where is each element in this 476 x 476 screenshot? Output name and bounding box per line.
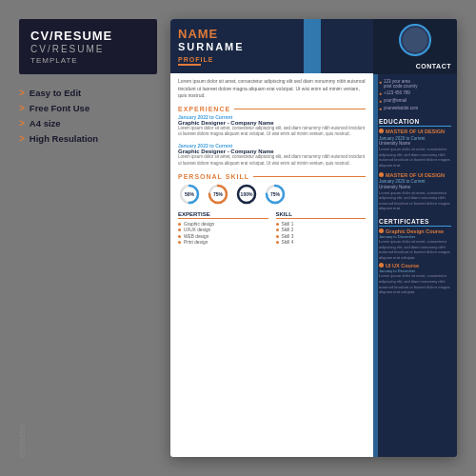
expertise-column: EXPERTISE Graphic design UI/UX design WE…: [178, 211, 268, 247]
dot-3: [178, 235, 181, 238]
circle-svg-wrap-1: 50%: [178, 183, 201, 206]
education-section-title: EDUCATION: [379, 118, 451, 127]
phone-icon: ●: [379, 90, 382, 96]
circle-svg-wrap-2: 75%: [207, 183, 229, 206]
arrow-icon-2: >: [19, 103, 25, 113]
skill-circle-3: 100%: [235, 183, 258, 207]
edu-title-1: MASTER OF UI DESIGN: [379, 129, 451, 135]
skill-column: SKILL Skill 1 Skill 2 Skill 3: [276, 211, 367, 247]
feature-label-2: Free Font Use: [30, 103, 89, 113]
contact-item-web: ● yourwebsidot.com: [379, 106, 451, 111]
name-text: NAME: [178, 27, 366, 41]
watermark: 637982599: [19, 424, 26, 457]
circle-label-2: 75%: [213, 191, 223, 197]
profile-underline: [178, 64, 201, 66]
email-icon: ●: [379, 98, 382, 104]
edu-item-2: MASTER OF UI DESIGN January 2020 to Curr…: [379, 172, 451, 212]
cert-dot-1: [379, 228, 384, 233]
main-column: NAME SURNAME PROFILE Lorem ipsum dolor s…: [170, 19, 373, 457]
experience-section-title: EXPERIENCE: [178, 106, 366, 112]
dot-4: [178, 241, 181, 244]
skill-dot-2: [276, 228, 279, 231]
page-container: CV/RESUME CV/RESUME TEMPLATE > Easy to E…: [19, 19, 457, 457]
edu-title-2: MASTER OF UI DESIGN: [379, 172, 451, 179]
right-body: ● 123 your areapost code.country ● +123 …: [373, 74, 457, 457]
edu-desc-1: Lorem ipsum dolor sit amet, consectetur …: [379, 147, 451, 168]
contact-item-email: ● your@email: [379, 98, 451, 104]
edu-dot-1: [379, 129, 384, 133]
contact-label: CONTACT: [416, 63, 451, 69]
edu-date-1: January 2020 to Current: [379, 136, 451, 141]
feature-easy-to-edit: > Easy to Edit: [19, 88, 157, 98]
circle-svg-wrap-3: 100%: [235, 183, 258, 206]
expertise-item-4: Print design: [178, 240, 268, 245]
arrow-icon-4: >: [19, 133, 25, 144]
edu-university-2: University Name: [379, 185, 451, 189]
expertise-item-2: UI/UX design: [178, 228, 268, 232]
feature-a4: > A4 size: [19, 118, 157, 129]
skill-dot-1: [276, 223, 279, 226]
edu-item-1: MASTER OF UI DESIGN January 2020 to Curr…: [379, 129, 451, 169]
certificates-section-title: CERTIFICATES: [379, 218, 451, 227]
profile-text: Lorem ipsum dolor sit amet, consectetur …: [178, 78, 366, 100]
features-list: > Easy to Edit > Free Font Use > A4 size…: [19, 88, 157, 144]
cert-item-1: Graphic Design Course January to Decembe…: [379, 228, 451, 260]
surname-text: SURNAME: [178, 41, 366, 52]
cert-item-2: UI UX Course January to December Lorem i…: [379, 263, 451, 294]
contact-item-phone: ● +123 456 789: [379, 90, 451, 96]
feature-label-4: High Resulation: [30, 133, 98, 144]
expertise-item-3: WEB design: [178, 234, 268, 239]
personal-skill-section-title: PERSONAL SKILL: [178, 173, 366, 180]
skill-circles-row: 50% 75%: [178, 183, 366, 207]
skill-circle-2: 75%: [207, 183, 229, 207]
skill-item-3: Skill 3: [276, 234, 367, 239]
edu-university-1: University Name: [379, 141, 451, 146]
skill-circle-1: 50%: [178, 183, 201, 207]
template-label: TEMPLATE: [30, 56, 146, 65]
photo-circle: [399, 24, 431, 56]
edu-desc-2: Lorem ipsum dolor sit amet, consectetur …: [379, 190, 451, 211]
circle-label-4: 75%: [270, 191, 280, 197]
web-icon: ●: [379, 106, 382, 111]
arrow-icon-3: >: [19, 118, 25, 129]
resume-label: CV/RESUME: [30, 44, 146, 54]
cert-desc-2: Lorem ipsum dolor sit amet, consectetur …: [379, 273, 451, 294]
edu-dot-2: [379, 172, 384, 177]
dot-2: [178, 228, 181, 231]
cert-desc-1: Lorem ipsum dolor sit amet, consectetur …: [379, 239, 451, 260]
blue-accent-bar: [373, 19, 378, 457]
feature-label-3: A4 size: [30, 118, 61, 129]
skill-dot-3: [276, 235, 279, 238]
expertise-skill-row: EXPERTISE Graphic design UI/UX design WE…: [178, 211, 366, 247]
photo-placeholder: [403, 28, 427, 52]
dot-1: [178, 223, 181, 226]
skill-item-1: Skill 1: [276, 222, 367, 227]
expertise-item-1: Graphic design: [178, 222, 268, 227]
arrow-icon-1: >: [19, 88, 25, 98]
circle-svg-wrap-4: 75%: [264, 183, 287, 206]
skill-header: SKILL: [276, 211, 367, 219]
skill-item-2: Skill 2: [276, 228, 367, 232]
expertise-header: EXPERTISE: [178, 211, 268, 219]
location-icon: ●: [379, 79, 382, 85]
exp-item-1: January 2022 to Current Graphic Designer…: [178, 114, 366, 139]
skill-item-4: Skill 4: [276, 240, 367, 245]
circle-label-1: 50%: [185, 191, 194, 197]
main-body: Lorem ipsum dolor sit amet, consectetur …: [170, 73, 373, 457]
name-block: NAME SURNAME: [178, 27, 366, 52]
cert-dot-2: [379, 263, 384, 268]
circle-label-3: 100%: [241, 191, 253, 197]
header-accent-bar: [304, 19, 321, 73]
right-column: CONTACT ● 123 your areapost code.country…: [373, 19, 457, 457]
skill-circle-4: 75%: [264, 183, 287, 207]
feature-free-font: > Free Font Use: [19, 103, 157, 113]
exp-desc-2: Lorem ipsum dolor sit amet, consectetur …: [178, 154, 366, 168]
left-panel: CV/RESUME CV/RESUME TEMPLATE > Easy to E…: [19, 19, 157, 457]
profile-label: PROFILE: [178, 56, 366, 63]
feature-resolution: > High Resulation: [19, 133, 157, 144]
skill-dot-4: [276, 241, 279, 244]
exp-item-2: January 2022 to Current Graphic Designer…: [178, 143, 366, 168]
edu-date-2: January 2020 to Current: [379, 179, 451, 184]
feature-label-1: Easy to Edit: [30, 88, 81, 98]
contact-item-address: ● 123 your areapost code.country: [379, 79, 451, 89]
